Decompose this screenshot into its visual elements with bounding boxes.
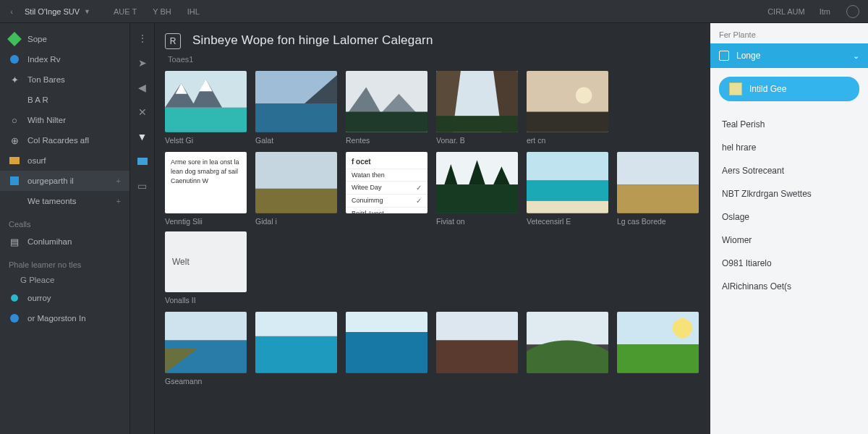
inspector-item-6[interactable]: O981 Itiarelo (710, 252, 868, 275)
sidebar-item-3[interactable]: B A R (0, 90, 129, 110)
list-card-item[interactable]: Conuimmg✓ (346, 194, 427, 207)
thumb-caption (617, 373, 699, 377)
list-card-label: Beitrl Avect (352, 210, 384, 213)
inspector-item-5[interactable]: Wiomer (710, 229, 868, 252)
thumb-caption (346, 373, 427, 377)
list-card-item[interactable]: Beitrl Avect (346, 207, 427, 213)
thumb-card-r1-2[interactable]: Rentes (346, 71, 427, 145)
thumb-caption: Velstt Gi (165, 132, 247, 145)
thumb-card-r3-4[interactable] (527, 312, 608, 386)
workspace-dropdown[interactable]: Stil O'Inge SUV ▼ (20, 7, 95, 16)
inspector-item-1[interactable]: hel hrare (710, 136, 868, 159)
thumb-card-r3-5[interactable] (617, 312, 699, 386)
landscape-thumb (165, 312, 247, 373)
inspector-action-pill[interactable]: Intild Gee (719, 77, 859, 101)
thumb-caption: Vonar. B (436, 132, 518, 145)
square-icon (9, 175, 20, 187)
thumb-card-r3-1[interactable] (255, 312, 337, 386)
add-icon[interactable]: + (116, 197, 121, 205)
tab-1[interactable]: Y BH (147, 4, 176, 19)
sidebar-item-4[interactable]: ○ With Nilter (0, 110, 129, 130)
inspector-selected[interactable]: Longe ⌄ (710, 43, 868, 68)
chevron-down-icon: ▼ (84, 8, 90, 15)
list-icon (9, 155, 20, 166)
svg-rect-44 (617, 344, 699, 373)
tab-0[interactable]: AUE T (108, 4, 142, 19)
list-card-item[interactable]: Watan then (346, 169, 427, 181)
heading-badge: R (165, 33, 181, 49)
inspector-item-4[interactable]: Oslage (710, 205, 868, 229)
thumb-card-r1-1[interactable]: Galat (255, 71, 337, 145)
thumb-card-r2-0[interactable]: Arme sore in lea onst lalean dog smabrg … (165, 152, 247, 226)
input-card[interactable]: Welt (165, 231, 247, 293)
landscape-thumb (527, 152, 608, 213)
text-card-line: Caenutinn W (171, 176, 241, 186)
tool-filter[interactable]: ▼ (135, 129, 150, 145)
svg-rect-30 (617, 184, 699, 213)
sidebar-dot-1[interactable]: or Magorston In (0, 308, 129, 328)
sidebar-dot-0[interactable]: ourroy (0, 288, 129, 308)
svg-rect-15 (436, 116, 518, 132)
back-button[interactable]: ‹ (6, 7, 17, 16)
svg-rect-20 (255, 189, 337, 213)
star-icon: ✦ (9, 74, 20, 85)
tool-x[interactable]: ✕ (135, 104, 150, 120)
thumb-card-r2-3[interactable]: Fiviat on (436, 152, 518, 305)
svg-rect-26 (527, 152, 608, 181)
sidebar-item-2[interactable]: ✦ Ton Bares (0, 69, 129, 90)
thumb-card-r1-3[interactable]: Vonar. B (436, 71, 518, 145)
thumb-card-r3-0[interactable]: Gseamann (165, 312, 247, 386)
thumb-card-r3-3[interactable] (436, 312, 518, 386)
content-area: R Sinbeye Wope fon hinge Lalomer Calegar… (155, 23, 710, 434)
list-card-item[interactable]: Witee Day✓ (346, 181, 427, 194)
sidebar-item-5[interactable]: ⊕ Col Racardes afl (0, 130, 129, 150)
top-right-1[interactable]: Itm (814, 4, 836, 19)
sidebar-item-label: Sope (27, 35, 47, 43)
page-title: Sinbeye Wope fon hinge Lalomer Calegarn (192, 33, 433, 48)
inspector-item-3[interactable]: NBT Zlkrdrgan Swettes (710, 182, 868, 205)
svg-rect-18 (527, 112, 608, 132)
thumb-card-r2-5[interactable]: Lg cas Borede (617, 152, 699, 305)
inspector-item-0[interactable]: Teal Perish (710, 113, 868, 136)
thumb-card-r2-2[interactable]: f ocetWatan thenWitee Day✓Conuimmg✓Beitr… (346, 152, 427, 305)
tool-arrow-left[interactable]: ◀ (135, 80, 150, 95)
thumb-caption: Rentes (346, 132, 427, 145)
sidebar-item-0[interactable]: Sope (0, 29, 129, 49)
sidebar-item-8[interactable]: We tameonts + (0, 191, 129, 211)
thumbnail-grid: Velstt GiGalatRentesVonar. Bert cnArme s… (165, 71, 703, 434)
svg-rect-7 (255, 103, 337, 132)
sidebar-sub-a[interactable]: ▤ Conlumihan (0, 231, 129, 252)
sidebar-item-1[interactable]: Index Rv (0, 49, 129, 69)
inspector-selected-label: Longe (736, 51, 760, 61)
tool-arrow-right[interactable]: ➤ (135, 55, 150, 71)
workspace-title: Stil O'Inge SUV (25, 7, 80, 16)
thumb-card-r2-4[interactable]: Vetecensirl E (527, 152, 608, 305)
inspector-item-2[interactable]: Aers Sotreceant (710, 159, 868, 182)
thumb-card-r2-1[interactable]: Gidal i (255, 152, 337, 305)
thumb-card-r1-4[interactable]: ert cn (527, 71, 608, 145)
tool-more[interactable]: ⋮ (135, 30, 150, 46)
svg-rect-39 (436, 341, 518, 373)
list-card: f ocetWatan thenWitee Day✓Conuimmg✓Beitr… (346, 152, 427, 213)
tool-rect[interactable] (135, 153, 150, 169)
svg-rect-40 (527, 312, 608, 344)
add-icon[interactable]: + (116, 176, 121, 185)
sidebar-item-7[interactable]: ourgeparth il + (0, 171, 129, 191)
thumb-card-r2-input[interactable]: WeltVonalls II (165, 231, 247, 305)
search-icon[interactable] (846, 5, 859, 18)
inspector-item-7[interactable]: AlRichinans Oet(s (710, 275, 868, 298)
svg-rect-31 (165, 312, 247, 341)
inspector-panel: Fer Plante Longe ⌄ Intild Gee Teal Peris… (710, 23, 868, 434)
thumb-card-r3-2[interactable] (346, 312, 427, 386)
tab-2[interactable]: IHL (182, 4, 205, 19)
thumb-caption: Vonalls II (165, 292, 247, 305)
sidebar-sub-b[interactable]: G Pleace (0, 272, 129, 288)
doc-icon: ▤ (9, 236, 20, 247)
thumb-card-r1-0[interactable]: Velstt Gi (165, 71, 247, 145)
svg-rect-22 (436, 184, 518, 213)
thumb-caption (436, 373, 518, 377)
landscape-thumb (527, 71, 608, 132)
tool-rect2[interactable]: ▭ (135, 178, 150, 194)
top-right-0[interactable]: CIRL AUM (762, 4, 811, 19)
sidebar-item-6[interactable]: osurf (0, 150, 129, 171)
